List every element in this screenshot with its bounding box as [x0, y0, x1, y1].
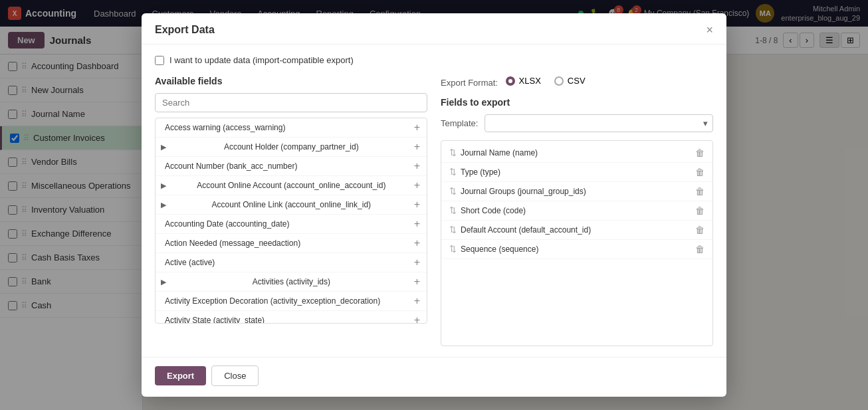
modal-title: Export Data [155, 24, 215, 36]
field-label: Active (active) [165, 258, 215, 267]
expand-icon: ▶ [161, 143, 166, 152]
field-item-accounting-date[interactable]: Accounting Date (accounting_date) + [156, 215, 427, 234]
delete-icon[interactable]: 🗑 [695, 225, 705, 235]
drag-icon[interactable]: ⇅ [449, 167, 457, 177]
search-input[interactable] [155, 93, 427, 112]
template-label: Template: [441, 118, 478, 128]
export-item-short-code: ⇅ Short Code (code) 🗑 [441, 201, 712, 221]
drag-icon[interactable]: ⇅ [449, 186, 457, 196]
format-csv-option[interactable]: CSV [554, 76, 586, 86]
drag-icon[interactable]: ⇅ [449, 244, 457, 254]
delete-icon[interactable]: 🗑 [695, 205, 705, 216]
fields-to-export-title: Fields to export [441, 97, 713, 108]
expand-icon: ▶ [161, 278, 166, 286]
field-add-icon[interactable]: + [414, 122, 420, 134]
field-add-icon[interactable]: + [414, 314, 420, 324]
export-field-label: Journal Name (name) [461, 148, 695, 157]
field-add-icon[interactable]: + [414, 295, 420, 307]
export-modal: Export Data × I want to update data (imp… [142, 13, 726, 397]
csv-label: CSV [568, 76, 586, 86]
modal-overlay[interactable]: Export Data × I want to update data (imp… [0, 0, 868, 410]
drag-icon[interactable]: ⇅ [449, 225, 457, 235]
export-button[interactable]: Export [155, 366, 206, 385]
export-item-type: ⇅ Type (type) 🗑 [441, 163, 712, 182]
export-field-label: Journal Groups (journal_group_ids) [461, 187, 695, 196]
field-item-account-number[interactable]: Account Number (bank_acc_number) + [156, 157, 427, 176]
field-add-icon[interactable]: + [414, 179, 420, 191]
export-item-journal-name: ⇅ Journal Name (name) 🗑 [441, 144, 712, 163]
field-add-icon[interactable]: + [414, 160, 420, 172]
field-label: Activity Exception Decoration (activity_… [165, 296, 380, 306]
xlsx-label: XLSX [519, 76, 541, 86]
field-label: Account Online Link (account_online_link… [212, 200, 371, 209]
field-item-action-needed[interactable]: Action Needed (message_needaction) + [156, 234, 427, 253]
field-item-access-warning[interactable]: Access warning (access_warning) + [156, 118, 427, 138]
drag-icon[interactable]: ⇅ [449, 205, 457, 215]
field-item-account-online[interactable]: ▶ Account Online Account (account_online… [156, 176, 427, 195]
field-item-active[interactable]: Active (active) + [156, 253, 427, 272]
export-item-journal-groups: ⇅ Journal Groups (journal_group_ids) 🗑 [441, 182, 712, 201]
export-fields-panel: Export Format: XLSX CSV Fi [441, 76, 713, 346]
import-check-input[interactable] [155, 56, 164, 65]
import-check-label: I want to update data (import-compatible… [169, 55, 354, 65]
modal-footer: Export Close [142, 357, 726, 397]
expand-icon: ▶ [161, 181, 166, 190]
export-format-row: Export Format: XLSX CSV [441, 76, 713, 88]
field-label: Access warning (access_warning) [165, 123, 285, 132]
field-label: Account Online Account (account_online_a… [197, 181, 385, 190]
field-label: Action Needed (message_needaction) [165, 239, 300, 248]
export-item-default-account: ⇅ Default Account (default_account_id) 🗑 [441, 221, 712, 240]
modal-header: Export Data × [142, 13, 726, 45]
export-field-label: Short Code (code) [461, 206, 695, 215]
field-add-icon[interactable]: + [414, 256, 420, 268]
export-field-label: Sequence (sequence) [461, 245, 695, 254]
field-add-icon[interactable]: + [414, 218, 420, 230]
available-fields-title: Available fields [155, 76, 427, 86]
template-select[interactable] [485, 114, 713, 132]
drag-icon[interactable]: ⇅ [449, 148, 457, 157]
export-item-sequence: ⇅ Sequence (sequence) 🗑 [441, 240, 712, 259]
field-add-icon[interactable]: + [414, 199, 420, 211]
field-item-activity-exception[interactable]: Activity Exception Decoration (activity_… [156, 292, 427, 311]
delete-icon[interactable]: 🗑 [695, 167, 705, 177]
export-fields-list: ⇅ Journal Name (name) 🗑 ⇅ Type (type) 🗑 … [441, 140, 713, 346]
delete-icon[interactable]: 🗑 [695, 148, 705, 158]
field-label: Account Holder (company_partner_id) [224, 142, 359, 152]
field-label: Activity State (activity_state) [165, 316, 265, 324]
field-add-icon[interactable]: + [414, 276, 420, 288]
fields-list: Access warning (access_warning) + ▶ Acco… [155, 118, 427, 324]
delete-icon[interactable]: 🗑 [695, 244, 705, 255]
field-label: Account Number (bank_acc_number) [165, 161, 297, 171]
modal-body: I want to update data (import-compatible… [142, 45, 726, 357]
field-add-icon[interactable]: + [414, 237, 420, 249]
format-xlsx-option[interactable]: XLSX [506, 76, 541, 86]
export-field-label: Type (type) [461, 167, 695, 177]
import-check-row: I want to update data (import-compatible… [155, 55, 713, 65]
export-field-label: Default Account (default_account_id) [461, 225, 695, 235]
field-item-activities[interactable]: ▶ Activities (activity_ids) + [156, 272, 427, 292]
field-label: Activities (activity_ids) [253, 277, 330, 286]
field-label: Accounting Date (accounting_date) [165, 219, 289, 229]
template-row: Template: ▾ [441, 114, 713, 132]
field-add-icon[interactable]: + [414, 141, 420, 153]
export-format-label: Export Format: [441, 78, 498, 88]
delete-icon[interactable]: 🗑 [695, 186, 705, 197]
field-item-activity-state[interactable]: Activity State (activity_state) + [156, 311, 427, 324]
field-item-account-holder[interactable]: ▶ Account Holder (company_partner_id) + [156, 138, 427, 157]
modal-columns: Available fields Access warning (access_… [155, 76, 713, 346]
available-fields-panel: Available fields Access warning (access_… [155, 76, 427, 346]
close-button[interactable]: Close [211, 365, 259, 386]
modal-close-button[interactable]: × [706, 24, 713, 36]
field-item-account-online-link[interactable]: ▶ Account Online Link (account_online_li… [156, 195, 427, 215]
expand-icon: ▶ [161, 201, 166, 209]
